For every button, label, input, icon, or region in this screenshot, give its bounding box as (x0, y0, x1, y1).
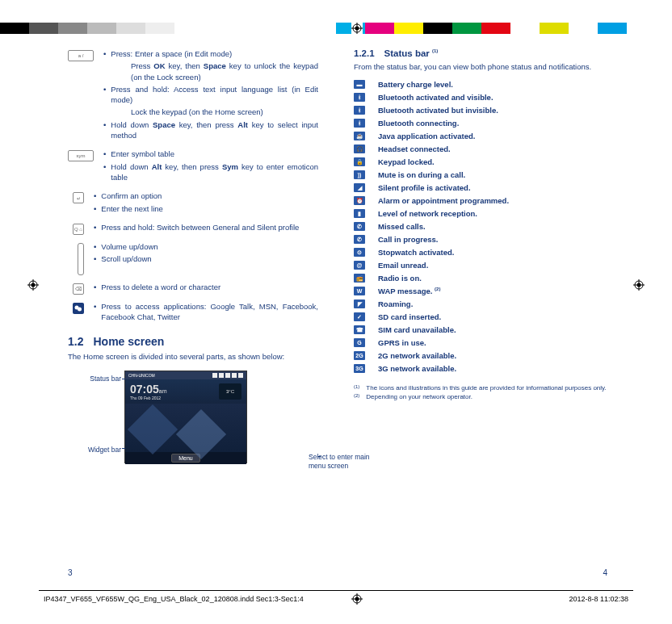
status-icon: ▬ (354, 80, 365, 89)
status-icon: )) (354, 170, 365, 179)
footer-datetime: 2012-8-8 11:02:38 (569, 595, 628, 603)
svg-point-17 (78, 307, 82, 311)
phone-date: Thu 09 Feb 2012 (130, 396, 167, 400)
phone-screenshot: Status bar Widget bar Select to enter ma… (124, 371, 318, 463)
status-row: 🔒Keypad locked. (354, 157, 607, 166)
key-function-item: Hold down Space key, then press Alt key … (103, 119, 318, 141)
status-row: ⏰Alarm or appointment programmed. (354, 196, 607, 205)
status-row: 3G3G network available. (354, 364, 607, 373)
footer-divider (39, 590, 633, 591)
phone-softkey-bar: Menu (125, 452, 246, 464)
status-icon: G (354, 338, 365, 347)
footer-filename: IP4347_VF655_VF655W_QG_Eng_USA_Black_02_… (44, 595, 304, 603)
status-icon: ᚼ (354, 93, 365, 102)
status-label: Bluetooth connecting. (378, 119, 459, 128)
status-icon: 📻 (354, 274, 365, 283)
key-function-list: a /Press: Enter a space (in Edit mode)Pr… (68, 48, 318, 324)
status-row: GGPRS in use. (354, 338, 607, 347)
phone-ampm: am (159, 388, 167, 394)
phone-wallpaper-area (125, 404, 246, 452)
footnotes: (1)The icons and illustrations in this g… (354, 384, 607, 401)
status-icon: 🎧 (354, 144, 365, 153)
status-label: Missed calls. (378, 222, 426, 231)
key-row: ↵Confirm an optionEnter the next line (68, 191, 318, 216)
subsection-intro: From the status bar, you can view both p… (354, 61, 607, 72)
status-label: Email unread. (378, 261, 428, 270)
phone-status-icons (212, 373, 243, 378)
key-row: a /Press: Enter a space (in Edit mode)Pr… (68, 48, 318, 142)
status-label: Alarm or appointment programmed. (378, 196, 509, 205)
key-icon (78, 243, 84, 275)
key-function-item: Scroll up/down (94, 253, 318, 264)
status-icon: 2G (354, 351, 365, 360)
status-label: GPRS in use. (378, 338, 426, 347)
key-row: Q ⌂Press and hold: Switch between Genera… (68, 222, 318, 235)
status-row: WWAP message. (2) (354, 287, 607, 295)
status-icon: W (354, 287, 365, 295)
status-icon: ◤ (354, 299, 365, 308)
status-label: Bluetooth activated but invisible. (378, 106, 498, 115)
key-row: Press to access applications: Google Tal… (68, 301, 318, 325)
status-bar-label: Status bar (84, 375, 121, 383)
status-label: WAP message. (2) (378, 287, 440, 295)
status-row: 🎧Headset connected. (354, 144, 607, 153)
page-number-right: 4 (603, 568, 607, 577)
key-function-item: Press: Enter a space (in Edit mode) (103, 48, 318, 59)
status-label: 2G network available. (378, 351, 456, 360)
status-row: 2G2G network available. (354, 351, 607, 360)
status-icon: ✆ (354, 235, 365, 244)
key-function-subitem: Press OK key, then Space key to unlock t… (103, 61, 318, 82)
phone-time: 07:05 (130, 383, 159, 396)
registration-mark-right (633, 279, 645, 291)
section-intro: The Home screen is divided into several … (68, 351, 318, 362)
widget-bar-label: Widget bar (81, 446, 121, 454)
left-column: a /Press: Enter a space (in Edit mode)Pr… (68, 48, 318, 463)
subsection-number: 1.2.1 (354, 48, 375, 58)
subsection-heading: 1.2.1 Status bar (1) (354, 48, 607, 58)
key-row: Volume up/downScroll up/down (68, 241, 318, 275)
status-row: ☕Java application activated. (354, 132, 607, 140)
status-label: Mute is on during a call. (378, 170, 465, 179)
registration-mark-left (27, 279, 39, 291)
key-function-subitem: Lock the keypad (on the Home screen) (103, 107, 318, 117)
status-label: Call in progress. (378, 235, 438, 244)
section-number: 1.2 (68, 335, 83, 348)
key-icon: Q ⌂ (73, 224, 84, 235)
key-function-item: Enter symbol table (103, 149, 318, 159)
key-function-item: Volume up/down (94, 241, 318, 252)
status-label: SD card inserted. (378, 312, 441, 321)
status-row: ▬Battery charge level. (354, 80, 607, 89)
registration-mark-top (351, 23, 363, 34)
key-icon (73, 303, 84, 314)
phone-weather-widget: 3°C (219, 383, 242, 400)
status-icon: ▮ (354, 209, 365, 218)
status-row: ☎SIM card unavailable. (354, 325, 607, 334)
status-row: ◢Silent profile is activated. (354, 183, 607, 192)
key-icon: ⌫ (73, 283, 84, 295)
status-icon: ⏰ (354, 196, 365, 205)
status-label: Headset connected. (378, 144, 451, 153)
status-label: Java application activated. (378, 132, 475, 140)
key-function-item: Press and hold: Access text input langua… (103, 84, 318, 106)
key-function-item: Enter the next line (94, 203, 318, 214)
callout-line (122, 379, 125, 379)
color-calibration-strip (0, 23, 672, 34)
status-label: Silent profile is activated. (378, 183, 471, 192)
status-label: Stopwatch activated. (378, 248, 455, 257)
key-row: ⌫Press to delete a word or character (68, 282, 318, 295)
status-icon: ᚼ (354, 106, 365, 115)
status-label: Radio is on. (378, 274, 422, 283)
footnote: (1)The icons and illustrations in this g… (354, 384, 607, 392)
status-icon: 🔒 (354, 157, 365, 166)
page-number-left: 3 (68, 568, 73, 577)
status-row: ◤Roaming. (354, 299, 607, 308)
section-title: Home screen (93, 335, 164, 348)
status-row: ᚼBluetooth activated and visible. (354, 93, 607, 102)
status-icon: ✓ (354, 312, 365, 321)
status-row: @Email unread. (354, 261, 607, 270)
key-function-item: Hold down Alt key, then press Sym key to… (103, 161, 318, 183)
status-row: 📻Radio is on. (354, 274, 607, 283)
status-row: ✓SD card inserted. (354, 312, 607, 321)
status-row: ✆Call in progress. (354, 235, 607, 244)
status-row: ))Mute is on during a call. (354, 170, 607, 179)
